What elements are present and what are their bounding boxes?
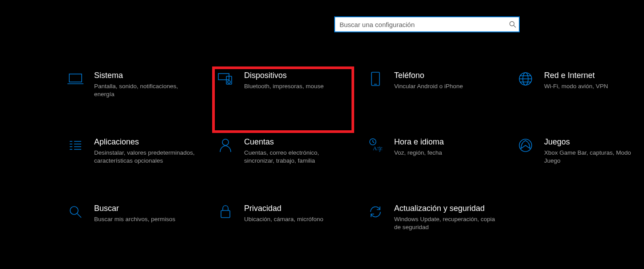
privacy-icon: [215, 204, 236, 220]
tile-phone[interactable]: Teléfono Vincular Android o iPhone: [362, 66, 504, 133]
tile-subtitle: Pantalla, sonido, notificaciones, energí…: [94, 82, 197, 98]
svg-rect-4: [218, 74, 229, 80]
tile-title: Dispositivos: [244, 71, 347, 81]
devices-icon: [215, 71, 236, 87]
tile-subtitle: Voz, región, fecha: [394, 149, 497, 157]
gaming-icon: [515, 137, 536, 153]
tile-search[interactable]: Buscar Buscar mis archivos, permisos: [62, 199, 204, 253]
time-language-icon: A 字: [365, 137, 386, 153]
settings-grid: Sistema Pantalla, sonido, notificaciones…: [62, 66, 644, 253]
tile-title: Sistema: [94, 71, 197, 81]
search-input[interactable]: [334, 16, 520, 32]
svg-rect-9: [371, 72, 379, 86]
svg-line-27: [373, 142, 374, 143]
tile-subtitle: Bluetooth, impresoras, mouse: [244, 82, 347, 90]
tile-gaming[interactable]: Juegos Xbox Game Bar, capturas, Modo Jue…: [512, 133, 644, 199]
empty-cell: [512, 199, 644, 253]
tile-privacy[interactable]: Privacidad Ubicación, cámara, micrófono: [212, 199, 354, 253]
svg-line-32: [77, 214, 81, 218]
tile-subtitle: Vincular Android o iPhone: [394, 82, 497, 90]
search-box[interactable]: [334, 16, 520, 32]
tile-devices[interactable]: Dispositivos Bluetooth, impresoras, mous…: [212, 66, 354, 133]
tile-subtitle: Windows Update, recuperación, copia de s…: [394, 215, 497, 231]
tile-accounts[interactable]: Cuentas Cuentas, correo electrónico, sin…: [212, 133, 354, 199]
network-icon: [515, 71, 536, 87]
system-icon: [65, 71, 86, 87]
update-icon: [365, 204, 386, 220]
accounts-icon: [215, 137, 236, 153]
tile-title: Privacidad: [244, 204, 347, 214]
tile-title: Aplicaciones: [94, 137, 197, 147]
tile-update[interactable]: Actualización y seguridad Windows Update…: [362, 199, 504, 253]
tile-network[interactable]: Red e Internet Wi-Fi, modo avión, VPN: [512, 66, 644, 133]
tile-title: Buscar: [94, 204, 197, 214]
svg-point-24: [222, 139, 229, 145]
search-category-icon: [65, 204, 86, 220]
tile-system[interactable]: Sistema Pantalla, sonido, notificaciones…: [62, 66, 204, 133]
tile-subtitle: Ubicación, cámara, micrófono: [244, 215, 347, 223]
svg-text:A: A: [373, 145, 377, 152]
tile-title: Cuentas: [244, 137, 347, 147]
tile-title: Juegos: [544, 137, 644, 147]
tile-subtitle: Wi-Fi, modo avión, VPN: [544, 82, 644, 90]
svg-point-31: [70, 207, 78, 214]
apps-icon: [65, 137, 86, 153]
svg-point-8: [228, 81, 230, 83]
tile-subtitle: Buscar mis archivos, permisos: [94, 215, 197, 223]
tile-title: Hora e idioma: [394, 137, 497, 147]
svg-rect-2: [69, 74, 82, 82]
phone-icon: [365, 71, 386, 87]
svg-rect-33: [221, 211, 230, 218]
tile-subtitle: Desinstalar, valores predeterminados, ca…: [94, 149, 197, 165]
tile-apps[interactable]: Aplicaciones Desinstalar, valores predet…: [62, 133, 204, 199]
tile-title: Actualización y seguridad: [394, 204, 497, 214]
tile-title: Red e Internet: [544, 71, 644, 81]
tile-subtitle: Cuentas, correo electrónico, sincronizar…: [244, 149, 347, 165]
svg-text:字: 字: [377, 146, 383, 152]
tile-time[interactable]: A 字 Hora e idioma Voz, región, fecha: [362, 133, 504, 199]
tile-title: Teléfono: [394, 71, 497, 81]
tile-subtitle: Xbox Game Bar, capturas, Modo Juego: [544, 149, 644, 165]
